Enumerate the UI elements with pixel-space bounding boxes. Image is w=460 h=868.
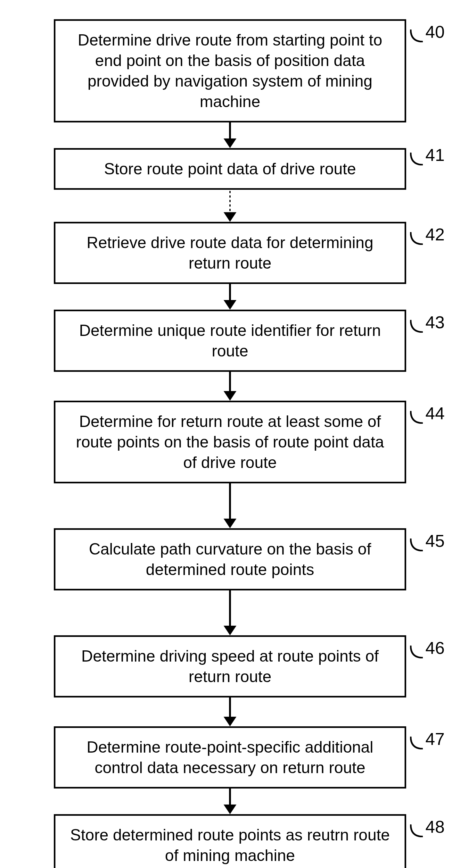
step-id: 41 bbox=[425, 145, 445, 165]
step-label: 43 bbox=[410, 313, 445, 333]
step-box: Calculate path curvature on the basis of… bbox=[54, 528, 406, 590]
label-hook-icon bbox=[410, 736, 424, 749]
arrow-icon bbox=[220, 483, 240, 528]
step-id: 48 bbox=[425, 817, 445, 837]
step-text: Determine unique route identifier for re… bbox=[68, 320, 392, 361]
step-box: Store route point data of drive route bbox=[54, 148, 406, 190]
arrow-icon bbox=[220, 590, 240, 635]
step-id: 40 bbox=[425, 22, 445, 42]
step-label: 42 bbox=[410, 225, 445, 245]
step-id: 42 bbox=[425, 224, 445, 244]
label-hook-icon bbox=[410, 231, 424, 245]
step-id: 44 bbox=[425, 403, 445, 423]
step-box: Determine driving speed at route points … bbox=[54, 635, 406, 698]
arrow-icon bbox=[220, 788, 240, 814]
step-45: Calculate path curvature on the basis of… bbox=[54, 528, 406, 590]
label-hook-icon bbox=[410, 319, 424, 333]
step-id: 43 bbox=[425, 312, 445, 332]
step-box: Determine drive route from starting poin… bbox=[54, 19, 406, 122]
step-box: Retrieve drive route data for determinin… bbox=[54, 222, 406, 284]
step-label: 46 bbox=[410, 639, 445, 658]
arrow-icon bbox=[220, 122, 240, 148]
step-box: Store determined route points as reutrn … bbox=[54, 814, 406, 868]
arrow-icon bbox=[220, 372, 240, 401]
step-text: Calculate path curvature on the basis of… bbox=[68, 539, 392, 580]
step-text: Determine route-point-specific additiona… bbox=[68, 737, 392, 778]
label-hook-icon bbox=[410, 410, 424, 424]
step-48: Store determined route points as reutrn … bbox=[54, 814, 406, 868]
step-text: Determine drive route from starting poin… bbox=[68, 30, 392, 112]
arrow-dotted-icon bbox=[220, 190, 240, 222]
label-hook-icon bbox=[410, 152, 424, 165]
step-label: 40 bbox=[410, 23, 445, 42]
step-text: Store route point data of drive route bbox=[104, 159, 356, 179]
step-label: 47 bbox=[410, 730, 445, 749]
label-hook-icon bbox=[410, 824, 424, 837]
step-id: 47 bbox=[425, 729, 445, 749]
step-46: Determine driving speed at route points … bbox=[54, 635, 406, 698]
step-41: Store route point data of drive route 41 bbox=[54, 148, 406, 190]
step-text: Determine for return route at least some… bbox=[68, 411, 392, 473]
step-44: Determine for return route at least some… bbox=[54, 401, 406, 483]
step-label: 41 bbox=[410, 146, 445, 165]
step-box: Determine for return route at least some… bbox=[54, 401, 406, 483]
label-hook-icon bbox=[410, 538, 424, 551]
step-id: 45 bbox=[425, 531, 445, 551]
step-text: Determine driving speed at route points … bbox=[68, 646, 392, 687]
flowchart-container: Determine drive route from starting poin… bbox=[0, 0, 460, 868]
step-label: 44 bbox=[410, 404, 445, 424]
label-hook-icon bbox=[410, 645, 424, 658]
step-40: Determine drive route from starting poin… bbox=[54, 19, 406, 122]
step-47: Determine route-point-specific additiona… bbox=[54, 726, 406, 788]
step-text: Store determined route points as reutrn … bbox=[68, 825, 392, 866]
arrow-icon bbox=[220, 284, 240, 310]
step-label: 48 bbox=[410, 817, 445, 837]
step-42: Retrieve drive route data for determinin… bbox=[54, 222, 406, 284]
step-box: Determine route-point-specific additiona… bbox=[54, 726, 406, 788]
step-box: Determine unique route identifier for re… bbox=[54, 310, 406, 372]
step-label: 45 bbox=[410, 531, 445, 551]
step-43: Determine unique route identifier for re… bbox=[54, 310, 406, 372]
arrow-icon bbox=[220, 698, 240, 726]
step-id: 46 bbox=[425, 638, 445, 658]
step-text: Retrieve drive route data for determinin… bbox=[68, 232, 392, 273]
label-hook-icon bbox=[410, 29, 424, 42]
